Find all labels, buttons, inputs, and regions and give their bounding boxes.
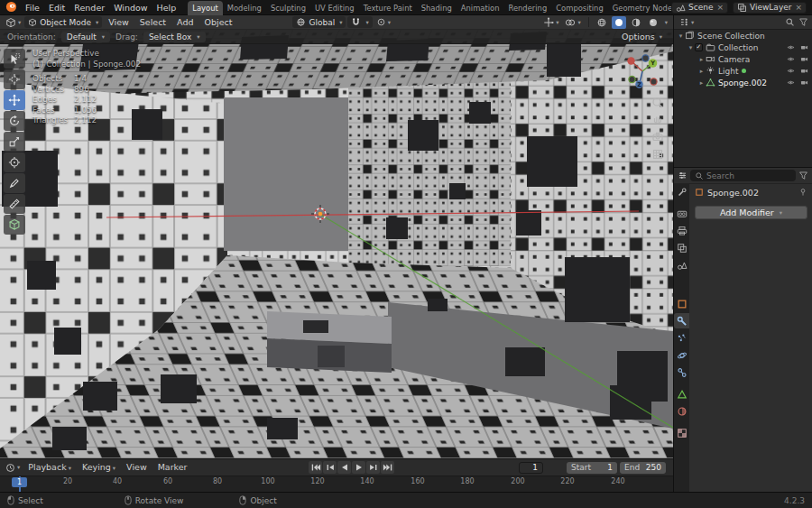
scene-selector[interactable]: Scene × xyxy=(671,2,728,14)
tool-annotate[interactable] xyxy=(4,173,25,193)
tab-shading[interactable]: Shading xyxy=(417,1,457,15)
outliner-row-light[interactable]: ▸ Light xyxy=(674,65,812,77)
gizmo-neg-x-ball[interactable] xyxy=(651,79,657,85)
blender-logo-icon[interactable] xyxy=(0,1,21,14)
expand-icon[interactable]: ▸ xyxy=(697,79,706,87)
shading-wireframe-button[interactable] xyxy=(595,16,609,29)
properties-search-input[interactable] xyxy=(706,171,770,180)
expand-icon[interactable]: ▾ xyxy=(677,32,685,40)
tab-output[interactable] xyxy=(674,223,689,238)
viewlayer-selector[interactable]: ViewLayer × xyxy=(733,2,807,14)
hide-eye-icon[interactable] xyxy=(786,43,796,51)
menu-render[interactable]: Render xyxy=(69,0,109,15)
viewlayer-remove-icon[interactable]: × xyxy=(795,3,802,12)
outliner-editor-type-button[interactable]: ▾ xyxy=(678,16,696,29)
menu-add[interactable]: Add xyxy=(172,15,198,30)
tool-select-box[interactable] xyxy=(4,49,25,69)
outliner-row-camera[interactable]: ▸ Camera xyxy=(674,53,812,65)
editor-type-button[interactable]: ▾ xyxy=(4,16,23,29)
orientation-default-dropdown[interactable]: Default▾ xyxy=(61,32,110,42)
expand-icon[interactable]: ▾ xyxy=(687,44,695,51)
proportional-edit-button[interactable]: ▾ xyxy=(374,16,392,29)
menu-marker[interactable]: Marker xyxy=(153,459,192,476)
tab-scene[interactable] xyxy=(674,257,689,272)
menu-select[interactable]: Select xyxy=(135,15,171,30)
next-keyframe-button[interactable] xyxy=(366,461,380,474)
prev-keyframe-button[interactable] xyxy=(323,461,337,474)
frame-start-field[interactable]: Start1 xyxy=(567,462,617,474)
gizmos-toggle[interactable]: ▾ xyxy=(541,16,560,29)
tab-view-layer[interactable] xyxy=(674,240,689,255)
pin-icon[interactable] xyxy=(798,188,807,197)
tool-measure[interactable] xyxy=(4,194,25,214)
expand-icon[interactable]: ▸ xyxy=(697,56,706,63)
collection-checkbox[interactable]: ✓ xyxy=(695,43,703,51)
tool-transform[interactable] xyxy=(4,152,25,172)
properties-search[interactable] xyxy=(690,170,796,181)
tab-render[interactable] xyxy=(674,206,689,221)
play-reverse-button[interactable] xyxy=(337,461,351,474)
tab-constraints[interactable] xyxy=(674,365,689,380)
options-dropdown[interactable]: Options▾ xyxy=(622,32,666,42)
menu-timeline-view[interactable]: View xyxy=(122,459,152,476)
tool-scale[interactable] xyxy=(4,132,25,152)
frame-end-field[interactable]: End250 xyxy=(620,462,666,474)
menu-edit[interactable]: Edit xyxy=(44,0,69,15)
tool-move[interactable] xyxy=(4,90,25,110)
tab-sculpting[interactable]: Sculpting xyxy=(266,1,310,15)
menu-keying[interactable]: Keying▾ xyxy=(78,459,120,476)
jump-to-end-button[interactable] xyxy=(381,461,394,474)
snap-dropdown[interactable]: ▾ xyxy=(347,16,372,28)
tool-rotate[interactable] xyxy=(4,111,25,131)
menu-view[interactable]: View xyxy=(104,15,134,30)
tab-uv-editing[interactable]: UV Editing xyxy=(310,1,359,15)
render-visibility-icon[interactable] xyxy=(799,43,809,51)
scene-unlink-icon[interactable]: × xyxy=(716,3,724,12)
jump-to-start-button[interactable] xyxy=(309,461,322,474)
menu-playback[interactable]: Playback▾ xyxy=(23,459,76,476)
render-visibility-icon[interactable] xyxy=(799,67,809,75)
playhead-frame-badge[interactable]: 1 xyxy=(12,477,27,487)
outliner-row-scene-collection[interactable]: ▾ Scene Collection xyxy=(674,30,812,42)
timeline-editor-type-button[interactable]: ▾ xyxy=(4,461,22,474)
breadcrumb[interactable]: Sponge.002 xyxy=(689,184,812,200)
properties-editor-icon[interactable] xyxy=(678,171,687,180)
gizmo-neg-z-ball[interactable] xyxy=(642,55,649,61)
outliner-row-sponge[interactable]: ▸ Sponge.002 xyxy=(674,77,812,88)
tab-object-data[interactable] xyxy=(674,386,689,402)
play-button[interactable] xyxy=(352,461,365,474)
menu-help[interactable]: Help xyxy=(152,0,181,15)
tab-modifiers[interactable] xyxy=(674,313,689,328)
current-frame-field[interactable]: 1 xyxy=(519,462,543,474)
hide-eye-icon[interactable] xyxy=(786,67,796,75)
render-visibility-icon[interactable] xyxy=(799,55,809,63)
overlays-toggle[interactable]: ▾ xyxy=(563,16,582,29)
tab-material[interactable] xyxy=(674,403,689,419)
shading-rendered-button[interactable] xyxy=(646,16,660,29)
drag-mode-dropdown[interactable]: Select Box▾ xyxy=(143,32,206,42)
timeline-ruler[interactable]: 20 40 60 80 100 120 140 160 180 200 220 … xyxy=(0,476,673,493)
shading-material-button[interactable] xyxy=(629,16,643,29)
tool-cursor[interactable] xyxy=(4,69,25,89)
hide-eye-icon[interactable] xyxy=(786,79,796,87)
transform-orientation-dropdown[interactable]: Global ▾ xyxy=(292,16,346,28)
gizmo-x-axis-ball[interactable] xyxy=(627,57,634,64)
hide-eye-icon[interactable] xyxy=(786,55,796,63)
tool-add-cube[interactable] xyxy=(4,215,25,235)
tab-physics[interactable] xyxy=(674,347,689,363)
mode-dropdown[interactable]: Object Mode ▾ xyxy=(24,16,102,28)
add-modifier-button[interactable]: Add Modifier ▾ xyxy=(695,206,807,219)
tab-layout[interactable]: Layout xyxy=(188,1,222,15)
tab-animation[interactable]: Animation xyxy=(457,1,504,15)
render-visibility-icon[interactable] xyxy=(799,79,809,87)
tab-tool[interactable] xyxy=(674,184,689,199)
menu-object[interactable]: Object xyxy=(200,15,237,30)
tab-texture[interactable] xyxy=(674,425,689,440)
properties-filter-icon[interactable] xyxy=(798,171,808,180)
shading-popover-chevron[interactable]: ▾ xyxy=(665,19,668,26)
outliner-row-collection[interactable]: ▾ ✓ Collection xyxy=(674,42,812,53)
tab-rendering[interactable]: Rendering xyxy=(503,1,551,15)
menu-file[interactable]: File xyxy=(21,0,44,15)
shading-solid-button[interactable] xyxy=(612,16,626,29)
tab-texture-paint[interactable]: Texture Paint xyxy=(359,1,417,15)
